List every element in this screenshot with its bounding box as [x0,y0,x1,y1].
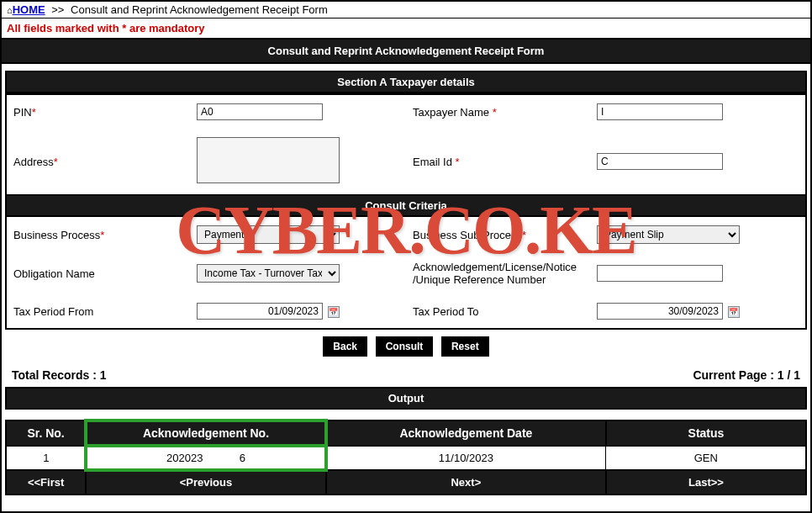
output-header: Output [5,387,807,410]
calendar-icon[interactable]: 📅 [328,306,340,318]
email-label: Email Id [413,156,456,168]
output-table: Sr. No. Acknowledgement No. Acknowledgem… [5,420,807,495]
col-status: Status [606,420,806,446]
email-input[interactable] [597,153,723,170]
back-button[interactable]: Back [323,336,367,357]
obligation-name-select[interactable]: Income Tax - Turnover Tax [197,264,340,283]
nav-prev[interactable]: <Previous [86,470,326,494]
table-row: 1 202023 6 11/10/2023 GEN [6,446,806,470]
cell-ackdate: 11/10/2023 [326,446,606,470]
taxpayer-name-input[interactable] [597,103,723,120]
ack-ref-label: Acknowledgement/License/Notice /Unique R… [413,261,577,286]
pin-input[interactable] [197,103,323,120]
cell-srno: 1 [6,446,86,470]
total-records: Total Records : 1 [12,368,107,382]
business-process-label: Business Process [13,229,100,241]
tax-period-from-label: Tax Period From [13,305,93,318]
address-input[interactable] [197,137,340,183]
section-a-header: Section A Taxpayer details [5,71,807,93]
nav-last[interactable]: Last>> [606,470,806,494]
tax-period-from-input[interactable] [197,303,323,320]
consult-criteria-table: Business Process* Payment Business Sub P… [5,217,807,330]
consult-button[interactable]: Consult [376,336,434,357]
current-page: Current Page : 1 / 1 [693,368,800,382]
col-ackdate: Acknowledgement Date [326,420,606,446]
cell-status: GEN [606,446,806,470]
nav-first[interactable]: <<First [6,470,86,494]
home-link[interactable]: HOME [13,3,45,16]
home-icon: ⌂ [7,5,13,15]
nav-next[interactable]: Next> [326,470,606,494]
address-label: Address [13,156,54,168]
section-a-table: PIN* Taxpayer Name * Address* Email Id * [5,93,807,196]
ack-ref-input[interactable] [597,265,723,282]
pin-label: PIN [13,106,32,119]
business-process-select[interactable]: Payment [197,225,340,244]
breadcrumb-separator: >> [51,3,64,16]
breadcrumb: ⌂HOME >> Consult and Reprint Acknowledge… [2,2,810,19]
col-ackno: Acknowledgement No. [86,420,326,446]
records-summary: Total Records : 1 Current Page : 1 / 1 [2,363,810,387]
tax-period-to-input[interactable] [597,303,723,320]
col-srno: Sr. No. [6,420,86,446]
consult-criteria-header: Consult Criteria [5,194,807,217]
calendar-icon[interactable]: 📅 [728,306,740,318]
obligation-name-label: Obligation Name [13,267,95,280]
taxpayer-name-label: Taxpayer Name [413,106,493,119]
reset-button[interactable]: Reset [441,336,489,357]
cell-ackno[interactable]: 202023 6 [86,446,326,470]
mandatory-note: All fields marked with * are mandatory [2,19,810,38]
tax-period-to-label: Tax Period To [413,305,479,318]
business-sub-process-select[interactable]: Payment Slip [597,225,740,244]
button-row: Back Consult Reset [2,330,810,363]
page-title: Consult and Reprint Acknowledgement Rece… [2,38,810,64]
business-sub-process-label: Business Sub Process [413,229,522,241]
breadcrumb-current: Consult and Reprint Acknowledgement Rece… [71,3,328,16]
